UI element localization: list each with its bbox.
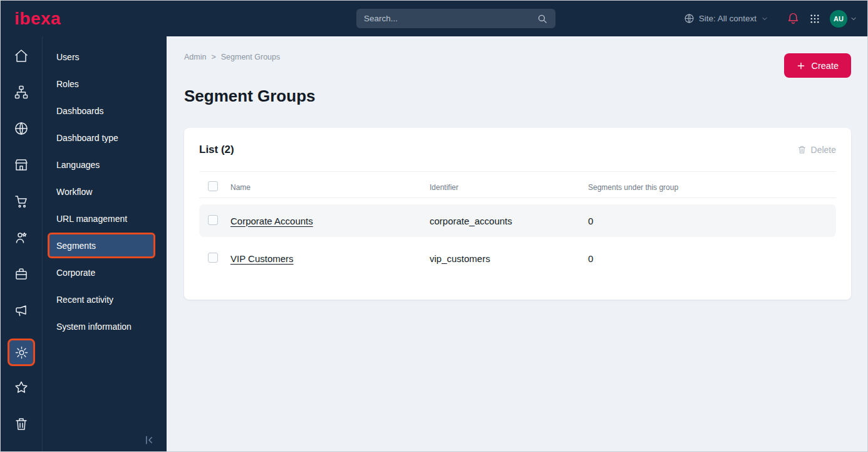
sidebar-item-segments[interactable]: Segments	[48, 233, 155, 258]
search-icon[interactable]	[537, 13, 548, 24]
search-input[interactable]	[364, 14, 537, 23]
topbar-right-group: Site: All context AU	[684, 1, 857, 36]
delete-button[interactable]: Delete	[797, 145, 836, 155]
chevron-down-icon	[850, 15, 857, 23]
breadcrumb-item-admin[interactable]: Admin	[184, 53, 206, 61]
icon-sidebar-bottom-group	[8, 339, 35, 448]
row-checkbox[interactable]	[208, 215, 218, 225]
segment-group-link[interactable]: VIP Customers	[230, 253, 294, 264]
sidebar-item-languages[interactable]: Languages	[43, 151, 167, 178]
sidebar-item-roles[interactable]: Roles	[43, 70, 167, 97]
sidebar-item-recent-activity[interactable]: Recent activity	[43, 286, 167, 313]
sidebar-item-workflow[interactable]: Workflow	[43, 178, 167, 205]
sidebar-item-corporate[interactable]: Corporate	[43, 259, 167, 286]
globe-icon	[684, 13, 695, 24]
column-header-name: Name	[230, 183, 430, 192]
sidebar-item-dashboard-type[interactable]: Dashboard type	[43, 124, 167, 151]
list-card-header: List (2) Delete	[199, 128, 836, 172]
collapse-sidebar-icon[interactable]	[143, 434, 155, 446]
select-all-checkbox[interactable]	[208, 181, 218, 191]
trash-icon	[797, 145, 807, 154]
icon-sidebar	[1, 36, 43, 451]
create-button[interactable]: Create	[784, 53, 851, 78]
table-row: Corporate Accounts corporate_accounts 0	[199, 204, 836, 237]
sidebar-item-system-information[interactable]: System information	[43, 313, 167, 340]
breadcrumb: Admin > Segment Groups	[184, 53, 280, 61]
search-bar[interactable]	[356, 9, 555, 28]
row-segments-count: 0	[588, 253, 836, 264]
list-title: List (2)	[199, 144, 234, 156]
segment-group-link[interactable]: Corporate Accounts	[230, 216, 313, 226]
home-icon[interactable]	[9, 43, 34, 68]
breadcrumb-separator: >	[211, 53, 215, 61]
site-context-selector[interactable]: Site: All context	[684, 13, 768, 24]
column-header-segments: Segments under this group	[588, 183, 836, 192]
row-segments-count: 0	[588, 216, 836, 226]
products-icon[interactable]	[9, 261, 34, 286]
sidebar-item-dashboards[interactable]: Dashboards	[43, 97, 167, 124]
megaphone-icon[interactable]	[9, 298, 34, 323]
admin-sidebar: Users Roles Dashboards Dashboard type La…	[43, 36, 167, 451]
page-title: Segment Groups	[184, 87, 315, 106]
site-context-label: Site: All context	[699, 14, 757, 23]
sidebar-item-users[interactable]: Users	[43, 43, 167, 70]
customers-icon[interactable]	[9, 225, 34, 250]
storefront-icon[interactable]	[9, 152, 34, 177]
chevron-down-icon	[761, 15, 768, 23]
breadcrumb-item-segment-groups: Segment Groups	[221, 53, 281, 61]
favorites-star-icon[interactable]	[9, 375, 34, 400]
table-row: VIP Customers vip_customers 0	[199, 242, 836, 275]
settings-gear-icon[interactable]	[8, 339, 35, 366]
table-header-row: Name Identifier Segments under this grou…	[199, 177, 836, 198]
sidebar-item-url-management[interactable]: URL management	[43, 205, 167, 232]
avatar[interactable]: AU	[830, 10, 847, 28]
content-structure-icon[interactable]	[9, 80, 34, 105]
cart-icon[interactable]	[9, 189, 34, 214]
column-header-identifier: Identifier	[430, 183, 588, 192]
trash-icon[interactable]	[9, 411, 34, 436]
row-identifier: corporate_accounts	[430, 216, 588, 226]
ibexa-admin-screen: ibexa Site: All context	[0, 0, 868, 452]
ibexa-logo[interactable]: ibexa	[14, 10, 61, 28]
user-menu[interactable]: AU	[830, 10, 857, 28]
segment-groups-list-card: List (2) Delete Name Identifier Segments…	[184, 128, 851, 300]
row-identifier: vip_customers	[430, 253, 588, 264]
plus-icon	[797, 61, 805, 70]
row-checkbox[interactable]	[208, 253, 218, 263]
main-content: Admin > Segment Groups Create Segment Gr…	[167, 36, 867, 451]
site-globe-icon[interactable]	[9, 116, 34, 141]
topbar: ibexa Site: All context	[1, 1, 867, 36]
notifications-bell-icon[interactable]	[787, 12, 800, 25]
app-switcher-icon[interactable]	[809, 13, 820, 24]
